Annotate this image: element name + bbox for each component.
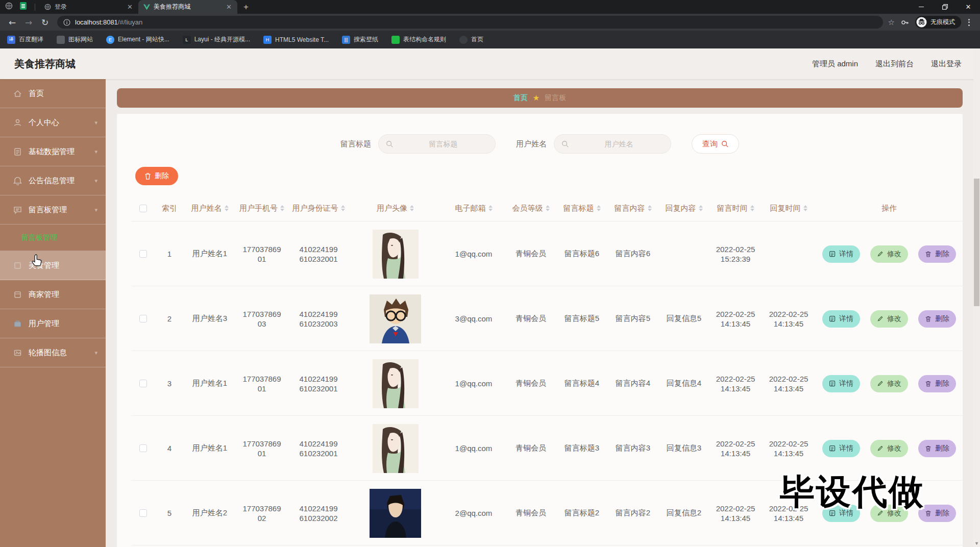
cell-message-title: 留言标题6 <box>556 249 607 259</box>
delete-button-label: 删除 <box>155 171 169 181</box>
bookmark-item[interactable]: HHTML5 Website T... <box>263 36 329 44</box>
sort-caret-icon[interactable] <box>225 205 229 211</box>
row-checkbox[interactable] <box>139 250 147 258</box>
sort-caret-icon[interactable] <box>280 205 284 211</box>
sidebar-item-留言板管理[interactable]: 留言板管理 <box>0 225 106 251</box>
sort-caret-icon[interactable] <box>750 205 754 211</box>
sort-caret-icon[interactable] <box>410 205 414 211</box>
column-header-用户手机号[interactable]: 用户手机号 <box>235 203 288 214</box>
bookmark-star-icon[interactable]: ☆ <box>888 18 895 27</box>
new-tab-button[interactable]: + <box>237 0 255 14</box>
edit-button[interactable]: 修改 <box>870 310 908 328</box>
restore-button[interactable] <box>933 0 957 14</box>
row-checkbox[interactable] <box>139 315 147 322</box>
sidebar-item-商家管理[interactable]: 商家管理 <box>0 280 106 309</box>
bookmark-item[interactable]: LLayui - 经典开源模... <box>183 35 250 44</box>
cell-message-time: 2022-02-2514:13:45 <box>709 439 762 458</box>
sort-caret-icon[interactable] <box>803 205 807 211</box>
sort-caret-icon[interactable] <box>341 205 345 211</box>
scrollbar-thumb[interactable] <box>974 179 979 306</box>
users-icon <box>13 319 22 328</box>
detail-button[interactable]: 详情 <box>822 245 860 263</box>
bookmark-item[interactable]: 图标网站 <box>57 35 93 44</box>
incognito-badge[interactable]: 无痕模式 <box>915 16 961 29</box>
row-checkbox[interactable] <box>139 509 147 517</box>
column-header-回复内容[interactable]: 回复内容 <box>658 203 709 214</box>
tab-login[interactable]: 登录 ✕ <box>39 0 138 14</box>
column-header-用户姓名[interactable]: 用户姓名 <box>184 203 235 214</box>
column-header-会员等级[interactable]: 会员等级 <box>505 203 556 214</box>
row-checkbox[interactable] <box>139 380 147 387</box>
tab-close-icon[interactable]: ✕ <box>126 3 134 11</box>
bookmark-item[interactable]: 译百度翻译 <box>7 35 43 44</box>
query-button[interactable]: 查询 <box>692 134 739 154</box>
column-header-操作: 操作 <box>816 203 963 214</box>
message-title-input[interactable] <box>396 139 491 148</box>
tab-food-mall-active[interactable]: 美食推荐商城 ✕ <box>138 0 237 14</box>
column-header-留言标题[interactable]: 留言标题 <box>556 203 607 214</box>
info-icon[interactable] <box>63 19 70 26</box>
sidebar-item-公告信息管理[interactable]: 公告信息管理▾ <box>0 166 106 195</box>
edit-button[interactable]: 修改 <box>870 440 908 457</box>
tab-close-icon[interactable]: ✕ <box>225 3 233 11</box>
row-checkbox[interactable] <box>139 444 147 452</box>
detail-button[interactable]: 详情 <box>822 440 860 457</box>
key-icon[interactable] <box>901 18 909 27</box>
sort-caret-icon[interactable] <box>546 205 550 211</box>
column-header-用户头像[interactable]: 用户头像 <box>349 203 442 214</box>
star-icon: ★ <box>533 93 540 103</box>
breadcrumb-home-link[interactable]: 首页 <box>513 93 528 103</box>
sort-caret-icon[interactable] <box>648 205 652 211</box>
edit-button[interactable]: 修改 <box>870 375 908 392</box>
select-all-checkbox[interactable] <box>139 205 147 212</box>
delete-row-button[interactable]: 删除 <box>918 310 956 328</box>
bookmark-item[interactable]: 首页 <box>459 35 483 44</box>
cell-message-content: 留言内容2 <box>607 508 658 518</box>
page-scrollbar[interactable]: ▼ <box>973 48 980 547</box>
home-icon <box>13 89 22 98</box>
detail-button[interactable]: 详情 <box>822 375 860 392</box>
minimize-button[interactable] <box>910 0 933 14</box>
sort-caret-icon[interactable] <box>699 205 703 211</box>
logout-link[interactable]: 退出登录 <box>931 59 962 69</box>
cell-member-level: 青铜会员 <box>505 443 556 453</box>
sidebar-item-个人中心[interactable]: 个人中心▾ <box>0 108 106 137</box>
globe-pinned-tab-icon[interactable] <box>5 2 13 12</box>
vue-favicon <box>143 4 150 10</box>
column-header-用户身份证号[interactable]: 用户身份证号 <box>288 203 349 214</box>
forward-icon[interactable]: → <box>21 17 36 28</box>
bookmark-item[interactable]: 表结构命名规则 <box>391 35 446 44</box>
sort-caret-icon[interactable] <box>488 205 493 211</box>
delete-row-button[interactable]: 删除 <box>918 440 956 457</box>
sidebar-item-美食管理[interactable]: 美食管理 <box>0 251 106 280</box>
bookmark-item[interactable]: EElement - 网站快... <box>106 35 169 44</box>
sidebar-item-留言板管理[interactable]: 留言板管理▾ <box>0 195 106 225</box>
column-header-留言时间[interactable]: 留言时间 <box>709 203 762 214</box>
delete-row-button[interactable]: 删除 <box>918 375 956 392</box>
admin-user-link[interactable]: 管理员 admin <box>812 59 858 69</box>
exit-to-front-link[interactable]: 退出到前台 <box>875 59 914 69</box>
column-header-电子邮箱[interactable]: 电子邮箱 <box>442 203 505 214</box>
column-header-回复时间[interactable]: 回复时间 <box>762 203 816 214</box>
sidebar-item-基础数据管理[interactable]: 基础数据管理▾ <box>0 137 106 166</box>
sidebar-item-轮播图信息[interactable]: 轮播图信息▾ <box>0 338 106 367</box>
delete-button[interactable]: 删除 <box>135 167 178 185</box>
menu-dots-icon[interactable] <box>963 19 975 26</box>
board-icon <box>13 206 22 214</box>
back-icon[interactable]: ← <box>5 17 19 28</box>
sheet-pinned-tab-icon[interactable] <box>20 2 27 12</box>
sidebar-item-首页[interactable]: 首页 <box>0 79 106 108</box>
sort-caret-icon[interactable] <box>597 205 601 211</box>
user-name-input[interactable] <box>572 139 666 148</box>
detail-button[interactable]: 详情 <box>822 310 860 328</box>
delete-row-button[interactable]: 删除 <box>918 245 956 263</box>
address-bar[interactable]: localhost:8081/#/liuyan <box>57 16 883 29</box>
bookmark-item[interactable]: |||搜索壁纸 <box>342 35 378 44</box>
edit-icon <box>877 380 884 387</box>
close-window-button[interactable]: ✕ <box>957 0 980 14</box>
reload-icon[interactable]: ↻ <box>38 17 52 28</box>
scrollbar-down-arrow[interactable]: ▼ <box>973 541 980 546</box>
edit-button[interactable]: 修改 <box>870 245 908 263</box>
sidebar-item-用户管理[interactable]: 用户管理 <box>0 309 106 338</box>
column-header-留言内容[interactable]: 留言内容 <box>607 203 658 214</box>
